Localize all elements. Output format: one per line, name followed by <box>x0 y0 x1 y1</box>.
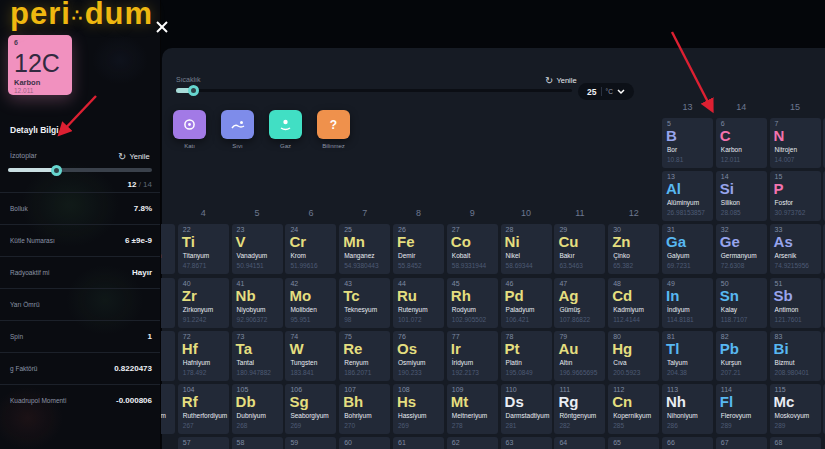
property-row: Spin 1 <box>0 320 160 352</box>
element-cell[interactable]: 76 Os Osmiyum 190.233 <box>393 331 444 381</box>
element-cell[interactable]: 7 N Nitrojen 14.007 <box>770 118 821 168</box>
isotope-slider[interactable] <box>8 168 152 172</box>
element-cell[interactable]: 110 Ds Darmstadtiyum 281 <box>501 384 552 434</box>
element-cell[interactable]: 115 Mc Moskovyum 289 <box>770 384 821 434</box>
element-cell[interactable]: 64 Gd Gadolinyum 157.253 <box>554 437 605 449</box>
element-cell[interactable]: 68 Er Erbiyum 167.2593 <box>770 437 821 449</box>
atomic-number: 107 <box>344 386 356 393</box>
element-symbol: N <box>774 127 785 144</box>
element-symbol: Au <box>558 340 578 357</box>
element-cell[interactable]: 73 Ta Tantal 180.947882 <box>232 331 283 381</box>
element-mass: 12.011 <box>721 156 740 163</box>
element-cell[interactable]: 24 Cr Krom 51.99616 <box>285 224 336 274</box>
element-cell[interactable]: 13 Al Alüminyum 26.98153857 <box>662 171 713 221</box>
element-cell[interactable]: 63 Eu Evropyum 151.9641 <box>501 437 552 449</box>
element-cell[interactable]: 61 Pm Prometyum 145 <box>393 437 444 449</box>
element-cell[interactable]: 105 Db Dubniyum 268 <box>232 384 283 434</box>
element-cell[interactable]: 113 Nh Nihoniyum 286 <box>662 384 713 434</box>
element-cell[interactable]: 57 La Lantan 138.905477 <box>178 437 229 449</box>
element-cell[interactable]: 44 Ru Rutenyum 101.072 <box>393 278 444 328</box>
element-cell[interactable]: 40 Zr Zirkonyum 91.2242 <box>178 278 229 328</box>
element-cell[interactable]: 15 P Fosfor 30.973762 <box>770 171 821 221</box>
element-cell[interactable]: 29 Cu Bakır 63.5463 <box>554 224 605 274</box>
close-button[interactable] <box>155 20 171 36</box>
group-header: 12 <box>608 208 659 218</box>
selected-element-card[interactable]: 6 12C Karbon 12.011 <box>8 35 72 95</box>
element-cell[interactable]: 62 Sm Samaryum 150.362 <box>447 437 498 449</box>
element-cell[interactable]: 108 Hs Hassiyum 269 <box>393 384 444 434</box>
element-mass: 200.5923 <box>613 369 640 376</box>
element-symbol: Rg <box>558 393 578 410</box>
element-cell[interactable]: 81 Tl Talyum 204.38 <box>662 331 713 381</box>
element-symbol: P <box>774 180 784 197</box>
element-cell[interactable]: 65 Tb Terbiyum 158.925352 <box>608 437 659 449</box>
element-cell[interactable]: 83 Bi Bizmut 208.980401 <box>770 331 821 381</box>
detailed-info-link[interactable]: Detaylı Bilgi› <box>10 124 66 135</box>
element-cell[interactable]: 33 As Arsenik 74.9215956 <box>770 224 821 274</box>
element-cell[interactable]: 50 Sn Kalay 118.7107 <box>716 278 767 328</box>
element-cell[interactable]: 58 Ce Seryum 140.1161 <box>232 437 283 449</box>
atomic-number: 67 <box>721 439 729 446</box>
element-cell[interactable]: 26 Fe Demir 55.8452 <box>393 224 444 274</box>
element-cell[interactable]: 78 Pt Platin 195.0849 <box>501 331 552 381</box>
element-cell[interactable]: 41 Nb Niyobyum 92.906372 <box>232 278 283 328</box>
atomic-number: 59 <box>290 439 298 446</box>
element-cell[interactable]: 5 B Bor 10.81 <box>662 118 713 168</box>
element-cell[interactable]: 31 Ga Galyum 69.7231 <box>662 224 713 274</box>
element-cell[interactable]: 111 Rg Röntgenyum 282 <box>554 384 605 434</box>
element-mass: 112.4144 <box>613 316 640 323</box>
element-cell[interactable]: 51 Sb Antimon 121.7601 <box>770 278 821 328</box>
element-cell[interactable]: 6 C Karbon 12.011 <box>716 118 767 168</box>
element-symbol: W <box>289 340 303 357</box>
element-cell[interactable]: 59 Pr Praseodim 140.907662 <box>285 437 336 449</box>
element-cell[interactable]: 66 Dy Disprosyum 162.5001 <box>662 437 713 449</box>
element-cell[interactable]: 114 Fl Flerovyum 289 <box>716 384 767 434</box>
element-mass: 267 <box>183 422 194 429</box>
element-cell[interactable]: 23 V Vanadyum 50.94151 <box>232 224 283 274</box>
property-row: Kuadrupol Momenti -0.000806 <box>0 384 160 416</box>
element-cell[interactable]: 60 Nd Neodim 144.2423 <box>339 437 390 449</box>
element-cell[interactable]: 43 Tc Teknesyum 98 <box>339 278 390 328</box>
isotope-refresh-button[interactable]: ↻ Yenile <box>118 151 150 162</box>
element-cell[interactable]: 107 Bh Bohriyum 270 <box>339 384 390 434</box>
element-cell[interactable]: 80 Hg Cıva 200.5923 <box>608 331 659 381</box>
element-cell[interactable]: 48 Cd Kadmiyum 112.4144 <box>608 278 659 328</box>
element-name: Çinko <box>613 252 630 259</box>
element-cell[interactable]: 45 Rh Rodyum 102.905502 <box>447 278 498 328</box>
atomic-number: 5 <box>667 120 671 127</box>
element-cell[interactable]: 109 Mt Meitneriyum 278 <box>447 384 498 434</box>
element-cell[interactable]: 72 Hf Hafniyum 178.492 <box>178 331 229 381</box>
element-cell[interactable]: 67 Ho Holmiyum 164.930332 <box>716 437 767 449</box>
element-cell[interactable]: 104 Rf Rutherfordiyum 267 <box>178 384 229 434</box>
element-cell[interactable]: 14 Si Silikon 28.085 <box>716 171 767 221</box>
element-cell[interactable]: 42 Mo Molibden 95.951 <box>285 278 336 328</box>
element-name: Rodyum <box>452 306 476 313</box>
element-cell[interactable]: 106 Sg Seaborgiyum 269 <box>285 384 336 434</box>
element-name: Darmstadtiyum <box>506 412 550 419</box>
element-cell[interactable]: 25 Mn Manganez 54.9380443 <box>339 224 390 274</box>
element-cell[interactable]: 77 Ir İridyum 192.2173 <box>447 331 498 381</box>
element-cell[interactable]: 46 Pd Paladyum 106.421 <box>501 278 552 328</box>
element-cell[interactable]: 49 In İndiyum 114.8181 <box>662 278 713 328</box>
element-cell[interactable]: 28 Ni Nikel 58.69344 <box>501 224 552 274</box>
element-cell[interactable]: 47 Ag Gümüş 107.86822 <box>554 278 605 328</box>
group-header: 6 <box>285 208 336 218</box>
element-cell[interactable]: 74 W Tungsten 183.841 <box>285 331 336 381</box>
element-cell[interactable]: 30 Zn Çinko 65.382 <box>608 224 659 274</box>
group-header: 9 <box>447 208 498 218</box>
element-symbol: Hs <box>397 393 416 410</box>
element-cell[interactable]: 22 Ti Titanyum 47.8671 <box>178 224 229 274</box>
element-cell[interactable]: 27 Co Kobalt 58.9331944 <box>447 224 498 274</box>
isotope-slider-handle[interactable] <box>51 165 62 176</box>
group-header: 8 <box>393 208 444 218</box>
element-cell[interactable]: 32 Ge Germanyum 72.6308 <box>716 224 767 274</box>
element-symbol: Mc <box>774 393 795 410</box>
element-cell[interactable]: 82 Pb Kurşun 207.21 <box>716 331 767 381</box>
element-symbol: Os <box>397 340 417 357</box>
element-mass: 190.233 <box>398 369 422 376</box>
element-name: Hafniyum <box>183 359 210 366</box>
element-mass: 118.7107 <box>721 316 748 323</box>
element-cell[interactable]: 79 Au Altın 196.9665695 <box>554 331 605 381</box>
element-cell[interactable]: 112 Cn Kopernikyum 285 <box>608 384 659 434</box>
element-cell[interactable]: 75 Re Renyum 186.2071 <box>339 331 390 381</box>
